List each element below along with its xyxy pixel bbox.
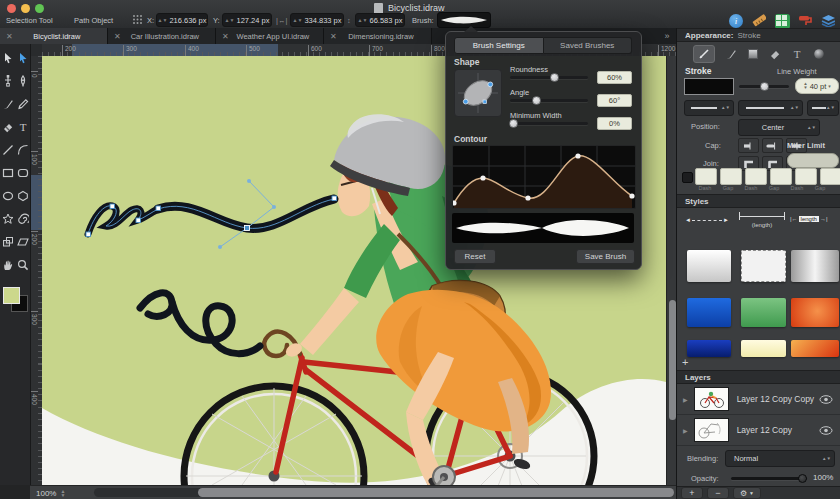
tool-selection[interactable]: [1, 51, 15, 65]
miter-limit-input[interactable]: [787, 153, 839, 168]
ruler-tool-button[interactable]: [752, 14, 766, 27]
x-input[interactable]: ▲▼216.636 px: [156, 13, 208, 27]
tool-shear[interactable]: [16, 235, 30, 249]
roundness-slider[interactable]: [510, 76, 588, 79]
close-tab-icon[interactable]: ✕: [330, 32, 337, 41]
layer-thumbnail[interactable]: [694, 418, 729, 442]
minimize-window-button[interactable]: [21, 4, 30, 13]
grid-view-button[interactable]: [775, 14, 790, 29]
tab-brush-settings[interactable]: Brush Settings: [454, 37, 544, 54]
layer-row[interactable]: ▶ Layer 12 Copy Copy: [677, 384, 840, 415]
gap-input[interactable]: [770, 168, 792, 185]
tool-brush[interactable]: [1, 97, 15, 111]
brush-appearance-tab[interactable]: [725, 48, 737, 60]
style-swatch-gray-gradient[interactable]: [791, 250, 839, 282]
style-swatch-orange-gradient[interactable]: [791, 340, 839, 357]
gap-input[interactable]: [820, 168, 840, 185]
text-appearance-tab[interactable]: T: [791, 48, 803, 60]
reset-button[interactable]: Reset: [454, 249, 496, 264]
style-swatch-cream[interactable]: [741, 340, 786, 357]
angle-slider[interactable]: [510, 99, 588, 102]
layer-settings-button[interactable]: ⚙▼: [733, 487, 761, 499]
opacity-slider[interactable]: [731, 477, 807, 480]
slider-knob[interactable]: [509, 119, 518, 128]
tool-line[interactable]: [1, 143, 15, 157]
style-swatch-green[interactable]: [741, 298, 786, 327]
stroke-style-dropdown-3[interactable]: ▲▼: [807, 100, 839, 116]
slider-knob[interactable]: [532, 96, 541, 105]
close-window-button[interactable]: [7, 4, 16, 13]
tool-polygon[interactable]: [16, 189, 30, 203]
tool-direct-selection-active[interactable]: [16, 51, 30, 65]
close-tab-icon[interactable]: ✕: [114, 32, 121, 41]
horizontal-scrollbar[interactable]: [94, 488, 670, 497]
close-tab-icon[interactable]: ✕: [222, 32, 229, 41]
visibility-eye-icon[interactable]: [819, 395, 833, 404]
visibility-eye-icon[interactable]: [819, 426, 833, 435]
position-dropdown[interactable]: Center▲▼: [738, 119, 820, 136]
stroke-style-dropdown-1[interactable]: ▲▼: [684, 100, 734, 116]
angle-value[interactable]: 60°: [597, 94, 632, 107]
slider-knob[interactable]: [798, 474, 807, 483]
style-arrow-line-preview[interactable]: ◄►: [685, 216, 729, 224]
tab-overflow-chevron-icon[interactable]: »: [658, 28, 676, 44]
width-input[interactable]: ▲▼334.833 px: [290, 13, 344, 27]
vertical-scrollbar-thumb[interactable]: [669, 300, 676, 420]
save-brush-button[interactable]: Save Brush: [576, 249, 635, 264]
stroke-width-slider[interactable]: [739, 85, 789, 88]
tool-rectangle[interactable]: [1, 166, 15, 180]
layer-row[interactable]: ▶ Layer 12 Copy: [677, 415, 840, 446]
roundness-value[interactable]: 60%: [597, 71, 632, 84]
eraser-appearance-tab[interactable]: [769, 48, 781, 60]
min-width-value[interactable]: 0%: [597, 117, 632, 130]
slider-knob[interactable]: [550, 73, 559, 82]
style-swatch-white-gradient[interactable]: [687, 250, 731, 282]
blending-dropdown[interactable]: Normal▲▼: [725, 450, 835, 467]
tool-shape-combine[interactable]: [1, 235, 15, 249]
style-length-tag-preview[interactable]: |←length→|: [790, 214, 838, 224]
style-swatch-orange-radial[interactable]: [791, 298, 839, 327]
fill-appearance-tab[interactable]: [747, 48, 759, 60]
tab-saved-brushes[interactable]: Saved Brushes: [544, 37, 633, 54]
tool-star[interactable]: [1, 212, 15, 226]
style-swatch-navy[interactable]: [687, 340, 731, 357]
layers-button[interactable]: [821, 14, 835, 27]
tab-bicyclist[interactable]: ✕ Bicyclist.idraw: [0, 28, 108, 44]
tab-weather-app-ui[interactable]: ✕ Weather App UI.idraw: [216, 28, 324, 44]
disclosure-triangle-icon[interactable]: ▶: [683, 396, 688, 403]
horizontal-scrollbar-thumb[interactable]: [198, 488, 674, 497]
cap-round-button[interactable]: [762, 138, 783, 153]
stroke-appearance-tab[interactable]: [693, 45, 715, 63]
tool-spiral[interactable]: [16, 212, 30, 226]
style-swatch-blue[interactable]: [687, 298, 731, 327]
tool-text[interactable]: T: [16, 120, 30, 134]
cap-butt-button[interactable]: [738, 138, 759, 153]
min-width-slider[interactable]: [510, 122, 588, 125]
y-input[interactable]: ▲▼127.24 px: [222, 13, 272, 27]
style-dimension-preview[interactable]: (length): [739, 212, 785, 234]
layer-thumbnail[interactable]: [694, 387, 729, 411]
line-weight-stepper[interactable]: ▲▼ 40 pt ▾: [795, 78, 839, 94]
tool-rounded-rectangle[interactable]: [16, 166, 30, 180]
fill-stroke-swatches[interactable]: [3, 287, 27, 311]
slider-knob[interactable]: [760, 82, 769, 91]
dash-input[interactable]: [745, 168, 767, 185]
close-tab-icon[interactable]: ✕: [6, 32, 13, 41]
paint-roller-button[interactable]: [798, 14, 812, 27]
add-style-button[interactable]: +: [682, 356, 694, 368]
info-button[interactable]: i: [729, 14, 743, 28]
dash-input[interactable]: [795, 168, 817, 185]
dash-enable-checkbox[interactable]: [682, 172, 693, 183]
tool-pen[interactable]: [16, 74, 30, 88]
stroke-color-well[interactable]: [684, 78, 734, 95]
add-layer-button[interactable]: +: [681, 487, 703, 499]
style-swatch-dashed[interactable]: [741, 250, 786, 282]
zoom-stepper[interactable]: ▲▼: [60, 489, 65, 497]
tool-ellipse[interactable]: [1, 189, 15, 203]
dash-input[interactable]: [695, 168, 717, 185]
tab-car-illustration[interactable]: ✕ Car Illustration.idraw: [108, 28, 216, 44]
tool-pencil[interactable]: [16, 97, 30, 111]
zoom-window-button[interactable]: [35, 4, 44, 13]
tool-zoom[interactable]: [16, 258, 30, 272]
anchor-point-grid-icon[interactable]: [132, 14, 143, 25]
